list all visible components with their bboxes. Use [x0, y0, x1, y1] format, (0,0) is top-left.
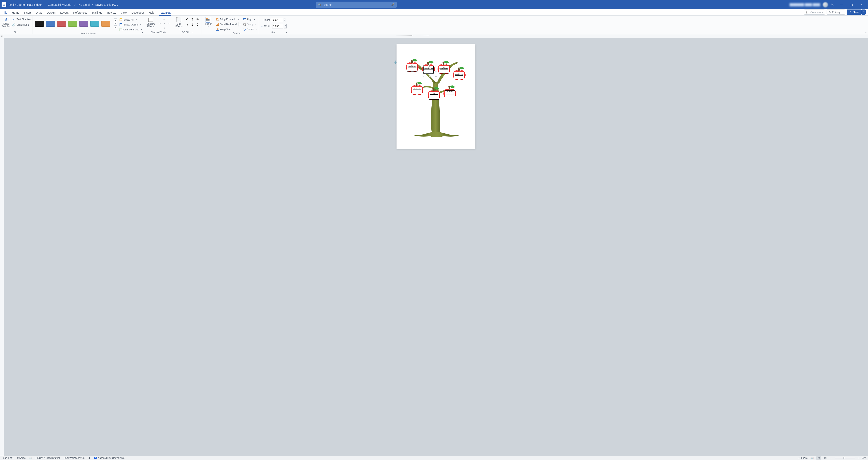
tab-developer[interactable]: Developer — [131, 10, 145, 16]
share-dropdown[interactable]: ▼ — [862, 9, 866, 15]
accessibility-status[interactable]: ♿ Accessibility: Unavailable — [94, 457, 125, 459]
draw-text-box-button[interactable]: A Draw Text Box — [2, 17, 11, 28]
rotate-button[interactable]: Rotate▼ — [243, 27, 257, 31]
style-swatch-green[interactable] — [68, 21, 77, 27]
tab-layout[interactable]: Layout — [60, 10, 69, 16]
tab-draw[interactable]: Draw — [35, 10, 42, 16]
style-swatch-teal[interactable] — [90, 21, 99, 27]
microphone-icon[interactable]: 🎤 — [391, 3, 394, 6]
bring-forward-dropdown[interactable]: ▼ — [237, 17, 240, 22]
apple-label-card[interactable]: MY GRANDMOTHER — [423, 66, 434, 74]
gallery-up-button[interactable]: ▲ — [114, 18, 117, 22]
tab-design[interactable]: Design — [46, 10, 56, 16]
account-name[interactable]: ████████ ████ ████ — [789, 3, 820, 6]
tab-mailings[interactable]: Mailings — [92, 10, 102, 16]
style-swatch-blue[interactable] — [46, 21, 55, 27]
chevron-down-icon[interactable]: ⌄ — [117, 4, 118, 6]
height-spin-up[interactable]: ▲ — [283, 18, 286, 20]
style-swatch-black[interactable] — [35, 21, 44, 27]
position-button[interactable]: Position ▼ — [203, 17, 213, 27]
word-count[interactable]: 0 words — [17, 457, 26, 459]
selection-handle[interactable] — [423, 76, 424, 77]
tab-selector[interactable]: L — [1, 35, 3, 37]
macro-record-icon[interactable]: ⏺ — [88, 457, 91, 459]
tilt-down-right[interactable]: ⤹ — [195, 22, 199, 27]
gallery-down-button[interactable]: ▼ — [114, 22, 117, 26]
style-gallery[interactable]: ▲ ▼ ▾ — [34, 17, 118, 30]
apple-father[interactable]: MY FATHER — [443, 89, 456, 103]
selection-handle[interactable] — [435, 70, 437, 72]
tilt-left[interactable]: ↶ — [185, 17, 189, 22]
style-swatch-purple[interactable] — [79, 21, 88, 27]
align-button[interactable]: Align▼ — [243, 17, 257, 22]
height-input[interactable] — [272, 18, 282, 22]
web-layout-button[interactable]: ▦ — [823, 456, 828, 460]
shadow-toggle[interactable]: ▫⁄ — [162, 22, 166, 26]
tab-references[interactable]: References — [73, 10, 88, 16]
selection-handle[interactable] — [435, 65, 437, 66]
zoom-slider[interactable] — [835, 458, 855, 458]
shape-fill-button[interactable]: Shape Fill▼ — [120, 18, 143, 22]
collapse-ribbon-button[interactable]: ⌄ — [865, 31, 867, 33]
height-spin-down[interactable]: ▼ — [283, 20, 286, 22]
tilt-down[interactable]: ⤓ — [190, 22, 194, 27]
tab-file[interactable]: File — [2, 10, 8, 16]
wrap-text-button[interactable]: Wrap Text▼ — [216, 27, 241, 31]
3d-effects-button[interactable]: 3-D Effects ▼ — [175, 17, 183, 30]
spell-check-icon[interactable]: 📖 — [29, 457, 32, 459]
tilt-down-left[interactable]: ⤸ — [185, 22, 189, 27]
style-swatch-orange[interactable] — [101, 21, 110, 27]
nudge-shadow-up[interactable]: ▫↑ — [162, 17, 166, 21]
apple-label-card[interactable]: MY GRANDFATHER — [454, 72, 464, 79]
zoom-level[interactable]: 50% — [862, 457, 866, 459]
search-box[interactable]: 🔍 🎤 — [316, 2, 397, 8]
restore-button[interactable]: ▢ — [847, 0, 856, 9]
tilt-up[interactable]: ⤒ — [190, 17, 194, 22]
apple-grandfather-maternal[interactable]: MY GRANDFATHER — [453, 70, 466, 84]
gallery-more-button[interactable]: ▾ — [114, 26, 117, 29]
selection-handle[interactable] — [423, 70, 424, 72]
document-page[interactable]: ⚓ — [397, 44, 475, 149]
apple-me[interactable]: ME — [428, 90, 440, 104]
styles-dialog-launcher[interactable]: ◢ — [141, 31, 143, 33]
selection-handle[interactable] — [429, 76, 430, 77]
tilt-right[interactable]: ↷ — [195, 17, 199, 22]
size-dialog-launcher[interactable]: ◢ — [285, 31, 287, 33]
sensitivity-label[interactable]: No Label — [79, 3, 90, 6]
tab-view[interactable]: View — [120, 10, 127, 16]
print-layout-button[interactable]: ▤ — [816, 456, 821, 460]
create-link-button[interactable]: 🔗 Create Link — [12, 23, 31, 27]
apple-grandmother-maternal[interactable]: MY GRANDMOTHER — [438, 64, 450, 78]
apple-label-card[interactable]: ME — [429, 92, 439, 99]
horizontal-ruler[interactable]: · · · · · · · · · · · · · · · · 1 · · · … — [4, 34, 868, 38]
selection-handle[interactable] — [429, 65, 430, 66]
tab-home[interactable]: Home — [12, 10, 20, 16]
text-predictions-status[interactable]: Text Predictions: On — [63, 457, 85, 459]
apple-label-card[interactable]: MY MOTHER — [412, 87, 422, 94]
style-swatch-red[interactable] — [57, 21, 66, 27]
width-spin-up[interactable]: ▲ — [284, 24, 286, 26]
account-avatar[interactable] — [823, 2, 828, 7]
tab-text-box[interactable]: Text Box — [159, 10, 171, 16]
selection-handle[interactable] — [423, 65, 424, 66]
share-button[interactable]: ⇪ Share — [847, 9, 862, 15]
apple-mother[interactable]: MY MOTHER — [411, 85, 423, 99]
save-status[interactable]: Saved to this PC⌄ — [95, 3, 118, 6]
apple-label-card[interactable]: MY GRANDMOTHER — [439, 66, 449, 74]
object-anchor-icon[interactable]: ⚓ — [394, 60, 397, 64]
width-input[interactable] — [272, 24, 283, 28]
send-backward-dropdown[interactable]: ▼ — [239, 22, 241, 26]
bring-forward-button[interactable]: Bring Forward ▼ — [216, 17, 241, 22]
canvas-area[interactable]: · · · · · · · · · · · · · · · · 1 · · · … — [4, 34, 868, 456]
nudge-shadow-down[interactable]: ▫↓ — [162, 26, 166, 30]
zoom-in-button[interactable]: + — [857, 456, 860, 460]
text-direction-button[interactable]: A↕ Text Direction — [12, 17, 31, 22]
shadow-effects-button[interactable]: Shadow Effects ▼ — [146, 17, 156, 30]
zoom-out-button[interactable]: − — [830, 456, 833, 460]
close-button[interactable]: ✕ — [857, 0, 866, 9]
nudge-shadow-right[interactable]: ▫→ — [167, 22, 171, 26]
sensitivity-shield-icon[interactable]: 🛡 — [73, 3, 76, 6]
page-count[interactable]: Page 1 of 1 — [2, 457, 13, 459]
vertical-ruler[interactable]: L — [0, 34, 4, 456]
apple-grandfather-paternal[interactable]: MY GRANDFATHER — [406, 62, 418, 76]
